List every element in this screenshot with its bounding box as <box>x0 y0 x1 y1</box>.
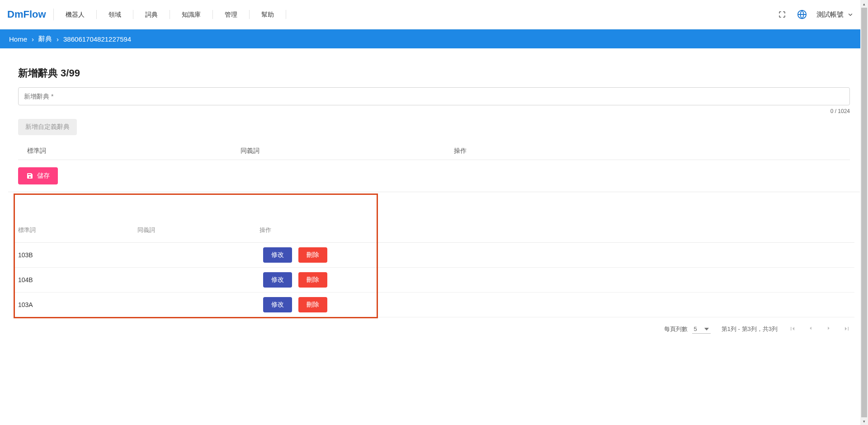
col-synonym-header: 同義詞 <box>241 147 454 155</box>
save-icon <box>26 172 33 179</box>
account-menu[interactable]: 測試帳號 <box>816 10 854 19</box>
list-table-head: 標準詞 同義詞 操作 <box>14 213 854 243</box>
page-title: 新增辭典 3/99 <box>18 66 850 80</box>
fullscreen-icon[interactable] <box>777 9 788 20</box>
page-range-text: 第1列 - 第3列，共3列 <box>722 325 778 333</box>
table-row: 103A 修改 刪除 <box>14 293 854 317</box>
list-col-synonym: 同義詞 <box>137 227 259 234</box>
edit-button[interactable]: 修改 <box>263 297 292 312</box>
nav-domains[interactable]: 領域 <box>97 10 133 19</box>
delete-button[interactable]: 刪除 <box>298 272 327 288</box>
breadcrumb-id[interactable]: 386061704821227594 <box>63 35 131 43</box>
topbar: DmFlow 機器人 領域 詞典 知識庫 管理 幫助 測試帳號 <box>0 0 868 29</box>
scroll-down-icon[interactable]: ▾ <box>860 417 868 425</box>
dictionary-list-card: 標準詞 同義詞 操作 103B 修改 刪除 104B 修改 刪除 103A 修改 <box>8 210 860 340</box>
row-actions: 修改 刪除 <box>259 297 327 312</box>
breadcrumb: Home › 辭典 › 386061704821227594 <box>0 29 868 48</box>
add-custom-dict-button[interactable]: 新增自定義辭典 <box>18 119 77 135</box>
list-col-standard: 標準詞 <box>18 227 137 234</box>
nav-items: 機器人 領域 詞典 知識庫 管理 幫助 <box>54 10 286 19</box>
row-standard: 103B <box>18 251 137 259</box>
globe-icon[interactable] <box>797 9 807 20</box>
page-size-select[interactable]: 5 <box>692 325 711 334</box>
dictionary-input[interactable] <box>24 93 844 100</box>
add-dictionary-card: 新增辭典 3/99 0 / 1024 新增自定義辭典 標準詞 同義詞 操作 儲存 <box>8 59 860 200</box>
pager-arrows <box>788 325 851 334</box>
row-standard: 104B <box>18 276 137 283</box>
breadcrumb-home[interactable]: Home <box>9 35 27 43</box>
edit-button[interactable]: 修改 <box>263 247 292 263</box>
input-counter: 0 / 1024 <box>18 108 850 114</box>
paginator: 每頁列數 5 第1列 - 第3列，共3列 <box>14 317 854 334</box>
topbar-left: DmFlow 機器人 領域 詞典 知識庫 管理 幫助 <box>6 9 286 20</box>
page-size: 每頁列數 5 <box>664 325 711 334</box>
dropdown-icon <box>704 328 709 331</box>
nav-knowledge[interactable]: 知識庫 <box>170 10 213 19</box>
save-label: 儲存 <box>37 172 50 180</box>
row-actions: 修改 刪除 <box>259 272 327 288</box>
col-standard-header: 標準詞 <box>27 147 241 155</box>
nav-help[interactable]: 幫助 <box>250 10 286 19</box>
next-page-icon[interactable] <box>825 325 833 334</box>
table-row: 104B 修改 刪除 <box>14 268 854 293</box>
nav-dictionaries[interactable]: 詞典 <box>133 10 170 19</box>
topbar-right: 測試帳號 <box>777 9 863 20</box>
scroll-thumb[interactable] <box>861 8 867 417</box>
main: 新增辭典 3/99 0 / 1024 新增自定義辭典 標準詞 同義詞 操作 儲存… <box>0 48 868 340</box>
first-page-icon[interactable] <box>788 325 797 334</box>
prev-page-icon[interactable] <box>807 325 815 334</box>
page-size-label: 每頁列數 <box>664 325 688 333</box>
scroll-track[interactable] <box>860 8 868 417</box>
edit-button[interactable]: 修改 <box>263 272 292 288</box>
breadcrumb-sep: › <box>57 35 59 43</box>
breadcrumb-sep: › <box>32 35 34 43</box>
account-label: 測試帳號 <box>816 10 844 19</box>
list-col-ops: 操作 <box>259 227 854 234</box>
save-button[interactable]: 儲存 <box>18 167 58 184</box>
page-size-value: 5 <box>694 326 697 332</box>
delete-button[interactable]: 刪除 <box>298 247 327 263</box>
nav-admin[interactable]: 管理 <box>213 10 250 19</box>
col-ops-header: 操作 <box>454 147 850 155</box>
delete-button[interactable]: 刪除 <box>298 297 327 312</box>
row-actions: 修改 刪除 <box>259 247 327 263</box>
chevron-down-icon <box>846 10 854 19</box>
breadcrumb-dictionary[interactable]: 辭典 <box>38 35 52 43</box>
divider <box>8 192 860 192</box>
vertical-scrollbar[interactable]: ▴ ▾ <box>860 0 868 425</box>
scroll-up-icon[interactable]: ▴ <box>860 0 868 8</box>
dictionary-input-wrap[interactable] <box>18 87 850 105</box>
row-standard: 103A <box>18 301 137 308</box>
inner-table-head: 標準詞 同義詞 操作 <box>18 143 850 160</box>
logo[interactable]: DmFlow <box>6 9 54 20</box>
nav-robots[interactable]: 機器人 <box>54 10 97 19</box>
table-row: 103B 修改 刪除 <box>14 243 854 268</box>
last-page-icon[interactable] <box>843 325 851 334</box>
